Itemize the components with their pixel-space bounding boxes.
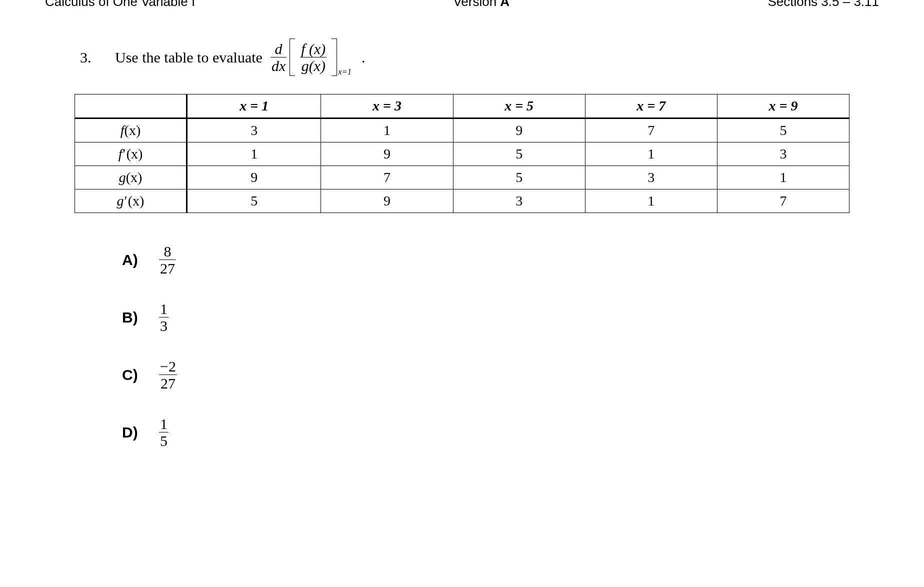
table-header-cell: x = 1 — [187, 94, 321, 118]
table-row: f′(x) 1 9 5 1 3 — [75, 142, 850, 166]
row-label: g(x) — [75, 166, 187, 190]
choice-a[interactable]: A) 8 27 — [122, 243, 924, 276]
table-cell: 5 — [187, 190, 321, 213]
table-cell: 7 — [585, 118, 717, 142]
page: Calculus of One Variable I Version A Sec… — [0, 0, 924, 581]
table-cell: 1 — [321, 118, 453, 142]
table-header-cell: x = 9 — [717, 94, 849, 118]
table-cell: 7 — [321, 166, 453, 190]
table-header-cell — [75, 94, 187, 118]
choice-c[interactable]: C) −2 27 — [122, 358, 924, 392]
header-right: Sections 3.5 – 3.11 — [768, 0, 879, 10]
question-row: 3. Use the table to evaluate d dx f (x) … — [0, 38, 924, 76]
table-row: g(x) 9 7 5 3 1 — [75, 166, 850, 190]
table-header-cell: x = 7 — [585, 94, 717, 118]
table-cell: 9 — [321, 190, 453, 213]
question-number: 3. — [80, 49, 115, 66]
table-header-cell: x = 3 — [321, 94, 453, 118]
left-bracket-icon — [290, 38, 295, 76]
table-cell: 3 — [717, 142, 849, 166]
table-cell: 5 — [453, 166, 585, 190]
ddx-operator: d dx — [270, 40, 286, 74]
bracket-expression: f (x) g(x) x=1 — [290, 38, 352, 76]
table-cell: 5 — [717, 118, 849, 142]
table-cell: 3 — [187, 118, 321, 142]
table-cell: 9 — [187, 166, 321, 190]
choice-fraction: −2 27 — [159, 358, 177, 392]
terminal-period: . — [362, 49, 366, 66]
table-cell: 9 — [321, 142, 453, 166]
table-cell: 1 — [585, 190, 717, 213]
table-cell: 1 — [717, 166, 849, 190]
choice-label: A) — [122, 252, 157, 268]
table-header-row: x = 1 x = 3 x = 5 x = 7 x = 9 — [75, 94, 850, 118]
row-label: f(x) — [75, 118, 187, 142]
table-cell: 1 — [585, 142, 717, 166]
choice-b[interactable]: B) 1 3 — [122, 300, 924, 334]
page-header: Calculus of One Variable I Version A Sec… — [0, 0, 924, 10]
table-cell: 1 — [187, 142, 321, 166]
question-text: Use the table to evaluate d dx f (x) g(x… — [115, 38, 366, 76]
choice-label: B) — [122, 309, 157, 326]
table-cell: 3 — [453, 190, 585, 213]
answer-choices: A) 8 27 B) 1 3 C) — [0, 243, 924, 449]
table-row: g′(x) 5 9 3 1 7 — [75, 190, 850, 213]
table-cell: 5 — [453, 142, 585, 166]
header-left: Calculus of One Variable I — [45, 0, 195, 10]
choice-label: C) — [122, 366, 157, 384]
table-cell: 7 — [717, 190, 849, 213]
choice-fraction: 1 3 — [159, 300, 168, 334]
question-prompt: Use the table to evaluate — [115, 49, 262, 66]
table-header-cell: x = 5 — [453, 94, 585, 118]
table-cell: 3 — [585, 166, 717, 190]
choice-d[interactable]: D) 1 5 — [122, 416, 924, 449]
row-label: f′(x) — [75, 142, 187, 166]
choice-fraction: 8 27 — [159, 243, 176, 276]
table-wrap: x = 1 x = 3 x = 5 x = 7 x = 9 f(x) 3 1 9… — [0, 94, 924, 213]
evaluation-point: x=1 — [338, 67, 352, 77]
table-cell: 9 — [453, 118, 585, 142]
choice-fraction: 1 5 — [159, 416, 168, 449]
values-table: x = 1 x = 3 x = 5 x = 7 x = 9 f(x) 3 1 9… — [74, 94, 850, 213]
right-bracket-icon — [332, 38, 337, 76]
quotient-fraction: f (x) g(x) — [300, 40, 326, 74]
header-center: Version A — [195, 0, 768, 10]
table-row: f(x) 3 1 9 7 5 — [75, 118, 850, 142]
row-label: g′(x) — [75, 190, 187, 213]
choice-label: D) — [122, 424, 157, 441]
